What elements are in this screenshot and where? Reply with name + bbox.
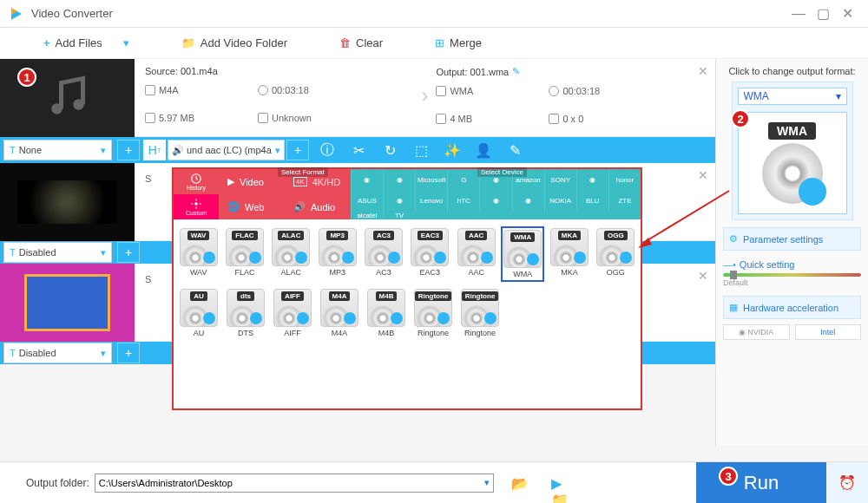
format-item-m4a[interactable]: M4AM4A	[318, 287, 361, 339]
cat-video[interactable]: ▶Video	[219, 169, 285, 194]
run-label: Run	[744, 472, 779, 494]
schedule-button[interactable]: ⏰	[826, 462, 868, 504]
intel-badge: Intel	[795, 324, 862, 340]
subtitle-select[interactable]: T Disabled ▾	[3, 242, 112, 263]
app-title: Video Converter	[31, 7, 786, 20]
size-icon	[436, 114, 446, 124]
device-brand[interactable]: NOKIA	[544, 191, 576, 212]
device-brand[interactable]: ◉	[576, 169, 608, 191]
hardware-accel-button[interactable]: ▦ Hardware acceleration	[723, 296, 861, 319]
add-subtitle-button[interactable]: +	[117, 343, 140, 363]
format-preview-image[interactable]: WMA	[738, 112, 847, 214]
device-brand[interactable]: ◉	[479, 191, 511, 212]
add-audio-button[interactable]: +	[286, 140, 309, 160]
cat-audio[interactable]: 🔊Audio	[285, 194, 351, 219]
history-tab[interactable]: History	[174, 169, 219, 194]
merge-button[interactable]: ⊞ Merge	[435, 36, 482, 49]
device-brand[interactable]: ZTE	[608, 191, 641, 212]
device-brand[interactable]: ◉	[351, 169, 383, 191]
play-icon: ▶	[227, 176, 234, 187]
info-button[interactable]: ⓘ	[312, 137, 342, 163]
format-item-ringtone[interactable]: RingtoneRingtone	[458, 287, 502, 339]
format-item-alac[interactable]: ALACALAC	[270, 226, 312, 282]
format-dropdown[interactable]: WMA ▾	[738, 88, 847, 105]
format-item-au[interactable]: AUAU	[177, 287, 220, 339]
format-item-ac3[interactable]: AC3AC3	[362, 226, 404, 282]
device-brand[interactable]: TV	[383, 212, 415, 219]
audio-track-select[interactable]: 🔊 und aac (LC) (mp4a ▾	[168, 140, 285, 160]
format-item-eac3[interactable]: EAC3EAC3	[409, 226, 451, 282]
device-brand[interactable]: ◉	[512, 191, 544, 212]
add-files-button[interactable]: + Add Files ▾	[43, 36, 129, 49]
cat-web[interactable]: 🌐Web	[219, 194, 285, 219]
format-item-dts[interactable]: dtsDTS	[224, 287, 267, 339]
out-size: 4 MB	[436, 114, 531, 124]
subtitle-select[interactable]: T Disabled ▾	[3, 343, 112, 363]
device-brand[interactable]: BLU	[576, 191, 608, 212]
file-thumbnail[interactable]	[0, 264, 135, 342]
format-popup: Select Format Select Device History Cust…	[172, 167, 642, 410]
format-badge: WMA	[768, 122, 816, 140]
device-brand[interactable]: G	[447, 169, 479, 191]
remove-file-button[interactable]: ✕	[698, 168, 708, 182]
device-brand[interactable]: honor	[608, 169, 641, 191]
remove-file-button[interactable]: ✕	[698, 64, 708, 78]
add-subtitle-button[interactable]: +	[117, 140, 140, 160]
file-icon	[145, 85, 155, 95]
browse-folder-button[interactable]: 📂	[511, 475, 527, 491]
file-icon	[436, 86, 446, 96]
crop-button[interactable]: ⬚	[406, 137, 436, 163]
device-brand[interactable]: ASUS	[351, 191, 383, 212]
minimize-button[interactable]: —	[786, 2, 811, 26]
maximize-button[interactable]: ▢	[811, 2, 835, 26]
effects-button[interactable]: ✨	[437, 137, 467, 163]
edit-button[interactable]: ✎	[500, 137, 529, 163]
quality-slider[interactable]	[723, 273, 861, 277]
run-button[interactable]: Run	[696, 462, 826, 504]
device-brand[interactable]: Lenovo	[415, 191, 447, 212]
device-brand[interactable]: SONY	[544, 169, 576, 191]
default-label: Default	[723, 278, 861, 287]
close-button[interactable]: ✕	[835, 2, 859, 26]
format-item-flac[interactable]: FLACFLAC	[223, 226, 266, 282]
format-item-mka[interactable]: MKAMKA	[548, 226, 590, 282]
slider-thumb[interactable]	[730, 271, 737, 279]
rotate-button[interactable]: ↻	[375, 137, 404, 163]
format-item-ogg[interactable]: OGGOGG	[595, 226, 637, 282]
device-brand[interactable]: hTC	[447, 191, 479, 212]
hardburn-button[interactable]: HT	[143, 140, 166, 160]
output-folder-value: C:\Users\Administrator\Desktop	[99, 478, 233, 488]
add-subtitle-button[interactable]: +	[117, 242, 140, 263]
device-brand[interactable]: Microsoft	[415, 169, 447, 191]
edit-output-icon[interactable]: ✎	[512, 66, 520, 77]
subtitle-select[interactable]: T None ▾	[3, 140, 112, 160]
device-brand[interactable]: ◉	[383, 169, 415, 191]
add-video-folder-button[interactable]: 📁 Add Video Folder	[181, 36, 287, 49]
custom-tab[interactable]: Custom	[174, 194, 219, 219]
subtitle-icon: T	[10, 145, 16, 155]
format-item-aac[interactable]: AACAAC	[455, 226, 497, 282]
file-thumbnail[interactable]	[0, 163, 135, 241]
sliders-icon: ⚙	[729, 233, 738, 245]
open-output-button[interactable]: ▶📁	[551, 475, 567, 491]
format-item-wma[interactable]: WMAWMA	[501, 226, 544, 282]
clear-button[interactable]: 🗑 Clear	[339, 36, 383, 49]
device-brand[interactable]: alcatel	[351, 212, 383, 219]
src-resolution: Unknown	[258, 113, 353, 123]
remove-file-button[interactable]: ✕	[698, 269, 708, 283]
device-brand[interactable]: ◉	[383, 191, 415, 212]
subtitle-value: Disabled	[19, 247, 56, 258]
format-item-ringtone[interactable]: RingtoneRingtone	[411, 287, 455, 339]
format-item-wav[interactable]: WAVWAV	[177, 226, 220, 282]
speaker-icon: 🔊	[293, 201, 306, 212]
output-folder-input[interactable]: C:\Users\Administrator\Desktop ▾	[95, 474, 494, 493]
trim-button[interactable]: ✂	[344, 137, 373, 163]
format-item-mp3[interactable]: MP3MP3	[316, 226, 358, 282]
res-icon	[549, 114, 559, 124]
watermark-button[interactable]: 👤	[469, 137, 498, 163]
parameter-settings-button[interactable]: ⚙ Parameter settings	[723, 227, 861, 251]
format-item-m4b[interactable]: M4BM4B	[365, 287, 408, 339]
track-toolbar: T None ▾ + HT 🔊 und aac (LC) (mp4a ▾ + ⓘ…	[0, 137, 715, 163]
format-item-aiff[interactable]: AIFFAIFF	[271, 287, 314, 339]
hd-icon: 4K	[293, 177, 307, 186]
